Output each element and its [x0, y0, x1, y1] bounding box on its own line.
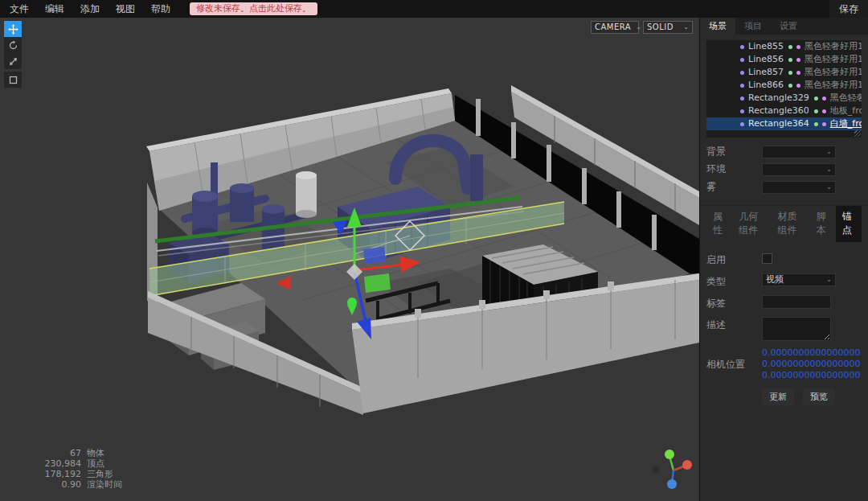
tag-row: 标签 [700, 292, 868, 314]
material-name-link[interactable]: 黑色轻奢好用11配合111_fromVra [805, 40, 862, 53]
unsaved-changes-notice[interactable]: 修改未保存。点击此处保存。 [190, 2, 317, 15]
material-type-dot-icon [822, 109, 826, 113]
material-name-link[interactable]: 黑色轻奢好用11配合_fromV [830, 92, 862, 105]
axis-y-dot[interactable] [665, 450, 674, 459]
outliner-item[interactable]: Line866 黑色轻奢好用11配合11111_fromV [706, 79, 862, 92]
environment-row: 环境 ⌄ [700, 160, 868, 178]
mesh-type-dot-icon [740, 97, 744, 101]
tag-input[interactable] [762, 295, 831, 309]
type-row: 类型 视频 ⌄ [700, 270, 868, 292]
object-name: Rectangle360 [748, 105, 809, 117]
scale-tool-button[interactable] [4, 53, 22, 69]
material-type-dot-icon [796, 84, 800, 88]
outliner-item[interactable]: Rectangle360 地板_fromVray [706, 105, 862, 117]
chevron-down-icon: ⌄ [826, 146, 832, 158]
camera-select[interactable]: CAMERA ⌄ [591, 21, 639, 34]
environment-select[interactable]: ⌄ [762, 163, 836, 176]
panel-tab[interactable]: 设置 [771, 18, 806, 35]
axis-z-dot[interactable] [667, 479, 677, 489]
menu-item[interactable]: 文件 [0, 0, 37, 18]
mesh-type-dot-icon [740, 109, 744, 113]
menu-item[interactable]: 帮助 [143, 0, 178, 18]
panel-tab[interactable]: 项目 [735, 18, 771, 35]
type-label: 类型 [706, 273, 762, 289]
scene-outliner[interactable]: Line855 黑色轻奢好用11配合111_fromVra Line856 黑色… [706, 40, 862, 138]
stat-value: 230,984 [44, 458, 81, 469]
panel-tab[interactable]: 场景 [700, 18, 735, 35]
background-select[interactable]: ⌄ [762, 146, 836, 158]
marquee-select-button[interactable] [4, 72, 22, 88]
outliner-item[interactable]: Rectangle364 白墙_fromVray_重复2 [706, 117, 862, 130]
mesh-type-dot-icon [740, 71, 744, 75]
anchor-panel: 启用 类型 视频 ⌄ 标签 描述 相机位置 0.0000 [700, 242, 868, 405]
axis-orientation-gizmo[interactable] [648, 446, 698, 496]
fog-row: 雾 ⌄ [700, 178, 868, 195]
material-name-link[interactable]: 地板_fromVray [830, 105, 862, 117]
enable-label: 启用 [706, 252, 762, 267]
menu-item[interactable]: 编辑 [37, 0, 72, 18]
menu-item[interactable]: 添加 [72, 0, 108, 18]
type-select[interactable]: 视频 ⌄ [762, 273, 836, 286]
chevron-down-icon: ⌄ [683, 22, 689, 33]
scene-3d-render[interactable] [0, 18, 699, 501]
description-textarea[interactable] [762, 317, 831, 341]
material-name-link[interactable]: 黑色轻奢好用11配合111_fromVra [805, 53, 862, 66]
stat-label: 三角形 [87, 469, 113, 479]
gizmo-plane-green[interactable] [364, 273, 391, 293]
material-name-link[interactable]: 黑色轻奢好用11配合11111_fromV [805, 79, 862, 92]
camera-position-x[interactable]: 0.0000000000000000 [762, 347, 860, 358]
menu-item[interactable]: 视图 [108, 0, 143, 18]
viewport-canvas[interactable]: CAMERA ⌄ SOLID ⌄ 67 物体 230,984 顶点 178,19… [0, 18, 699, 501]
outliner-item[interactable]: Rectangle329 黑色轻奢好用11配合_fromV [706, 92, 862, 105]
camera-position-z[interactable]: 0.0000000000000000 [762, 370, 860, 380]
material-name-link[interactable]: 白墙_fromVray_重复2 [830, 117, 862, 130]
camera-select-value: CAMERA [595, 22, 631, 33]
camera-position-y[interactable]: 0.0000000000000000 [762, 359, 860, 369]
component-tab[interactable]: 脚本 [810, 206, 836, 242]
shading-select-value: SOLID [647, 22, 678, 33]
camera-position-label: 相机位置 [706, 347, 762, 372]
component-tab[interactable]: 属性 [706, 206, 732, 242]
background-label: 背景 [706, 145, 762, 158]
save-button[interactable]: 保存 [829, 0, 868, 18]
marquee-icon [8, 75, 18, 85]
stat-value: 0.90 [44, 479, 81, 490]
preview-button[interactable]: 预览 [803, 388, 835, 405]
outliner-resize-handle[interactable] [854, 130, 861, 137]
move-tool-button[interactable] [4, 21, 22, 37]
axis-negative-dot[interactable] [653, 466, 660, 474]
update-button[interactable]: 更新 [762, 388, 794, 405]
object-name: Line856 [748, 53, 784, 66]
outliner-item[interactable]: Line855 黑色轻奢好用11配合111_fromVra [706, 40, 862, 53]
outliner-item[interactable]: Line857 黑色轻奢好用11配合111_fromVra [706, 66, 862, 79]
mesh-type-dot-icon [740, 58, 744, 62]
component-tab[interactable]: 材质组件 [771, 206, 809, 242]
gizmo-plane-blue[interactable] [363, 247, 386, 264]
geometry-type-dot-icon [788, 71, 792, 75]
axis-gizmo-icon [648, 446, 698, 496]
anchor-actions: 更新 预览 [700, 384, 868, 405]
fog-label: 雾 [706, 180, 762, 194]
shading-select[interactable]: SOLID ⌄ [643, 21, 693, 34]
geometry-type-dot-icon [788, 84, 792, 88]
object-name: Rectangle364 [748, 117, 809, 130]
chevron-down-icon: ⌄ [636, 22, 641, 33]
stat-row: 178,192 三角形 [44, 469, 122, 479]
stat-row: 0.90 渲染时间 [44, 479, 122, 490]
rotate-tool-button[interactable] [4, 37, 22, 53]
component-tab[interactable]: 锚点 [836, 206, 862, 242]
render-stats: 67 物体 230,984 顶点 178,192 三角形 0.90 渲染时间 [44, 448, 122, 490]
white-tank[interactable] [296, 175, 317, 214]
material-name-link[interactable]: 黑色轻奢好用11配合111_fromVra [805, 66, 862, 79]
geometry-type-dot-icon [814, 109, 818, 113]
component-tab-bar: 属性几何组件材质组件脚本锚点 [700, 205, 868, 242]
axis-x-dot[interactable] [682, 460, 692, 470]
outliner-item[interactable]: Line856 黑色轻奢好用11配合111_fromVra [706, 53, 862, 66]
chevron-down-icon: ⌄ [826, 182, 832, 193]
type-select-value: 视频 [766, 274, 826, 285]
geometry-type-dot-icon [788, 45, 792, 49]
scale-icon [8, 56, 18, 67]
fog-select[interactable]: ⌄ [762, 181, 836, 194]
component-tab[interactable]: 几何组件 [732, 206, 771, 242]
enable-checkbox[interactable] [762, 253, 772, 264]
